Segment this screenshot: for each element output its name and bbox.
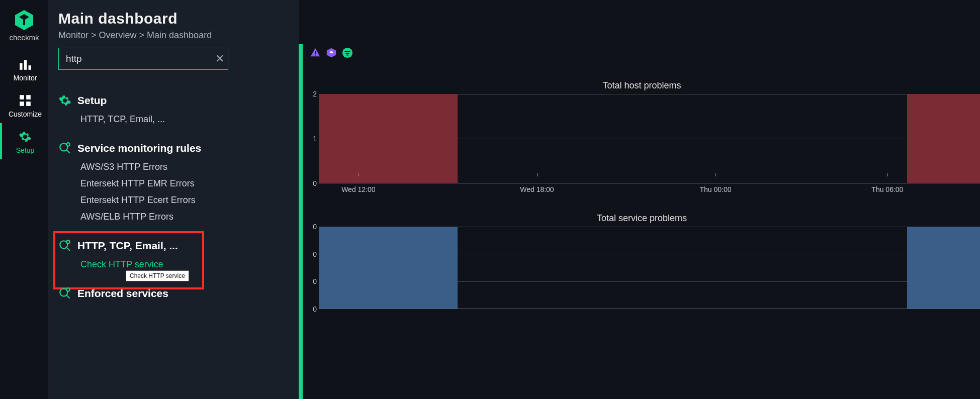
svg-line-12	[66, 150, 70, 153]
result-group: Enforced services	[58, 287, 289, 300]
bar	[907, 94, 980, 183]
bar	[319, 94, 458, 183]
logo-label: checkmk	[9, 33, 39, 42]
svg-rect-34	[346, 55, 348, 56]
result-item[interactable]: AWS/S3 HTTP Errors	[58, 159, 289, 175]
chart-plot: 012 Wed 12:00Wed 18:00Thu 00:00Thu 06:00	[309, 94, 980, 194]
result-item[interactable]: AWS/ELB HTTP Errors	[58, 209, 289, 225]
result-group: SetupHTTP, TCP, Email, ...	[58, 94, 289, 128]
svg-rect-6	[29, 65, 31, 70]
result-item[interactable]: Entersekt HTTP Ecert Errors	[58, 192, 289, 209]
bar	[907, 227, 980, 309]
sidebar: Main dashboard Monitor > Overview > Main…	[48, 0, 299, 399]
magnify-plus-icon	[58, 287, 71, 300]
svg-rect-4	[20, 63, 22, 70]
grid-icon	[18, 94, 33, 107]
tooltip: Check HTTP service	[126, 270, 189, 281]
y-tick: 0	[313, 223, 317, 231]
hex-up-icon[interactable]	[326, 47, 337, 58]
nav-setup-label: Setup	[16, 146, 35, 154]
y-tick: 1	[313, 135, 317, 143]
group-title: HTTP, TCP, Email, ...	[77, 240, 178, 252]
svg-rect-28	[315, 55, 316, 56]
result-item[interactable]: HTTP, TCP, Email, ...	[58, 111, 289, 128]
svg-line-22	[66, 295, 70, 298]
x-tick: Thu 06:00	[871, 185, 903, 193]
status-icons	[310, 47, 353, 58]
clear-icon[interactable]: ✕	[215, 52, 224, 65]
search-results: SetupHTTP, TCP, Email, ...Service monito…	[58, 94, 289, 300]
group-title: Service monitoring rules	[77, 142, 201, 154]
chart-title: Total service problems	[304, 213, 980, 224]
svg-rect-9	[20, 102, 24, 106]
filter-icon[interactable]	[342, 47, 353, 58]
group-header: HTTP, TCP, Email, ...	[58, 239, 289, 252]
magnify-plus-icon	[58, 239, 71, 252]
svg-line-17	[66, 247, 70, 251]
group-title: Enforced services	[77, 287, 168, 300]
search-input[interactable]	[58, 48, 228, 70]
group-title: Setup	[77, 94, 107, 107]
logo-icon	[12, 8, 36, 32]
nav-monitor[interactable]: Monitor	[0, 51, 48, 87]
svg-rect-32	[345, 51, 350, 52]
magnify-plus-icon	[58, 142, 71, 155]
svg-rect-3	[23, 19, 25, 25]
main-area: Total host problems 012 Wed 12:00Wed 18:…	[299, 0, 980, 399]
result-item[interactable]: Entersekt HTTP EMR Errors	[58, 175, 289, 192]
result-group: HTTP, TCP, Email, ...Check HTTP serviceC…	[58, 239, 289, 273]
result-group: Service monitoring rulesAWS/S3 HTTP Erro…	[58, 142, 289, 225]
warning-icon[interactable]	[310, 47, 321, 58]
gear-icon	[58, 94, 71, 107]
chart-title: Total host problems	[304, 80, 980, 91]
svg-rect-27	[315, 51, 316, 54]
svg-rect-8	[26, 95, 31, 99]
nav-setup[interactable]: Setup	[0, 123, 48, 159]
y-tick: 2	[313, 90, 317, 98]
x-tick: Wed 12:00	[341, 185, 375, 193]
accent-bar	[299, 44, 303, 399]
svg-rect-5	[24, 60, 27, 69]
svg-rect-7	[20, 95, 24, 99]
gear-icon	[18, 130, 33, 143]
breadcrumb: Monitor > Overview > Main dashboard	[58, 30, 289, 41]
bar	[319, 227, 458, 309]
x-tick: Wed 18:00	[520, 185, 554, 193]
y-tick: 0	[313, 305, 317, 313]
search-wrap: ✕	[58, 48, 228, 70]
y-tick: 0	[313, 179, 317, 187]
nav-customize[interactable]: Customize	[0, 87, 48, 123]
group-header: Enforced services	[58, 287, 289, 300]
svg-rect-33	[345, 53, 349, 54]
nav-monitor-label: Monitor	[14, 74, 37, 82]
nav-rail: checkmk Monitor Customize Setup	[0, 0, 48, 399]
group-header: Service monitoring rules	[58, 142, 289, 155]
title-block: Main dashboard Monitor > Overview > Main…	[58, 10, 289, 41]
page-title: Main dashboard	[58, 10, 289, 27]
x-tick: Thu 00:00	[699, 185, 731, 193]
bar-chart-icon	[18, 58, 33, 71]
y-tick: 0	[313, 250, 317, 258]
chart-service-problems: Total service problems 0000	[304, 213, 980, 320]
chart-plot: 0000	[309, 227, 980, 320]
chart-host-problems: Total host problems 012 Wed 12:00Wed 18:…	[304, 80, 980, 194]
group-header: Setup	[58, 94, 289, 107]
svg-rect-10	[26, 102, 31, 106]
nav-customize-label: Customize	[9, 110, 42, 118]
y-tick: 0	[313, 277, 317, 285]
